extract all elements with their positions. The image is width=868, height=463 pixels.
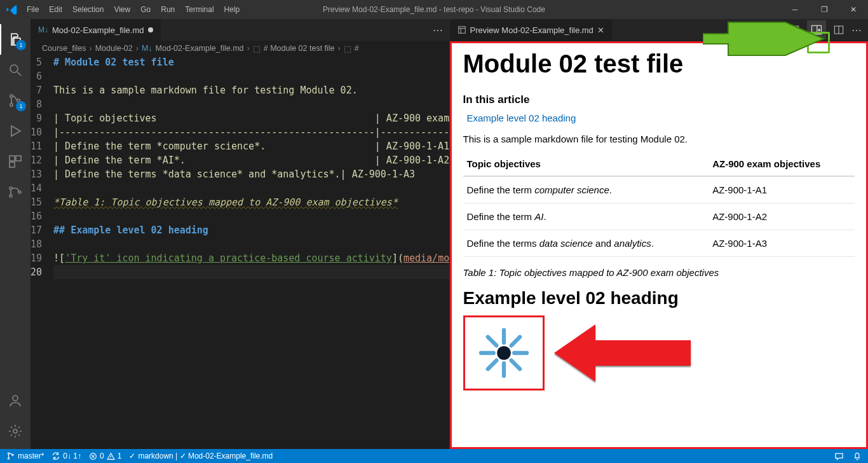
table-header: AZ-900 exam objectives xyxy=(709,152,855,176)
menu-file[interactable]: File xyxy=(22,5,43,14)
code-editor[interactable]: 567891011121314151617181920 # Module 02 … xyxy=(31,55,449,449)
menu-terminal[interactable]: Terminal xyxy=(180,5,218,14)
table-header: Topic objectives xyxy=(463,152,709,176)
menu-help[interactable]: Help xyxy=(220,5,245,14)
menu-view[interactable]: View xyxy=(109,5,135,14)
svg-rect-6 xyxy=(10,162,15,167)
svg-point-0 xyxy=(10,65,18,73)
svg-line-25 xyxy=(511,361,520,370)
activity-search[interactable] xyxy=(0,55,31,85)
svg-marker-27 xyxy=(703,22,824,55)
tab-label: Preview Mod-02-Example_file.md xyxy=(470,25,593,35)
table-caption: Table 1: Topic objectives mapped to AZ-9… xyxy=(463,267,855,278)
menu-run[interactable]: Run xyxy=(156,5,179,14)
breadcrumbs[interactable]: Course_files› Module-02› M↓ Mod-02-Examp… xyxy=(31,41,449,55)
svg-point-30 xyxy=(12,454,13,455)
markdown-icon: M↓ xyxy=(38,25,48,34)
activity-extensions[interactable] xyxy=(0,146,31,177)
menu-edit[interactable]: Edit xyxy=(44,5,67,14)
toc-link[interactable]: Example level 02 heading xyxy=(467,113,855,123)
markdown-icon: M↓ xyxy=(142,44,153,53)
activity-run-debug[interactable] xyxy=(0,116,31,146)
tab-preview[interactable]: Preview Mod-02-Example_file.md ✕ xyxy=(450,19,613,41)
breadcrumb-item[interactable]: Mod-02-Example_file.md xyxy=(156,44,244,53)
window-minimize[interactable]: ─ xyxy=(780,0,810,19)
dirty-indicator-icon xyxy=(148,27,153,32)
svg-marker-26 xyxy=(554,324,691,382)
tab-close-icon[interactable]: ✕ xyxy=(597,25,604,35)
svg-line-22 xyxy=(511,337,520,346)
menu-go[interactable]: Go xyxy=(136,5,155,14)
menu-selection[interactable]: Selection xyxy=(68,5,108,14)
svg-line-24 xyxy=(487,337,496,346)
editor-more-icon[interactable]: ⋯ xyxy=(851,24,862,36)
breadcrumb-item[interactable]: # Module 02 test file xyxy=(264,44,335,53)
explorer-badge: 1 xyxy=(16,40,26,50)
heading-icon: ⬚ xyxy=(344,44,351,53)
window-title: Preview Mod-02-Example_file.md - test-re… xyxy=(323,5,545,14)
activity-accounts[interactable] xyxy=(0,385,31,416)
annotation-red-arrow-icon xyxy=(551,315,697,391)
vscode-icon xyxy=(0,4,22,15)
tabs-left: M↓ Mod-02-Example_file.md ⋯ xyxy=(31,19,449,41)
table-row: Define the term computer science.AZ-900-… xyxy=(463,176,855,204)
heading-icon: ⬚ xyxy=(253,44,261,53)
svg-rect-12 xyxy=(458,27,465,34)
activity-explorer[interactable]: 1 xyxy=(0,24,31,55)
table-row: Define the term AI.AZ-900-1-A2 xyxy=(463,204,855,230)
tab-label: Mod-02-Example_file.md xyxy=(52,25,144,35)
status-branch[interactable]: master* xyxy=(6,452,44,460)
activity-bar: 1 1 xyxy=(0,19,31,449)
svg-rect-4 xyxy=(10,156,15,161)
svg-line-23 xyxy=(487,361,496,370)
table-row: Define the terms data science and analyt… xyxy=(463,230,855,257)
preview-intro: This is a sample markdown file for testi… xyxy=(463,134,855,144)
preview-icon xyxy=(458,25,466,34)
breadcrumb-item[interactable]: # xyxy=(355,44,359,53)
svg-point-1 xyxy=(10,95,13,97)
status-linter[interactable]: ✓ markdown | ✓ Mod-02-Example_file.md xyxy=(129,452,273,460)
breadcrumb-item[interactable]: Module-02 xyxy=(95,44,133,53)
markdown-preview[interactable]: Module 02 test file In this article Exam… xyxy=(450,41,869,449)
window-close[interactable]: ✕ xyxy=(839,0,868,19)
tab-source-file[interactable]: M↓ Mod-02-Example_file.md xyxy=(31,19,161,41)
status-feedback-icon[interactable] xyxy=(834,452,844,461)
annotation-green-arrow-icon xyxy=(703,18,830,67)
svg-point-10 xyxy=(13,396,18,401)
svg-point-28 xyxy=(8,453,9,454)
preview-h2: Example level 02 heading xyxy=(463,288,855,308)
activity-source-control[interactable]: 1 xyxy=(0,85,31,116)
status-sync[interactable]: 0↓ 1↑ xyxy=(51,452,81,460)
svg-point-8 xyxy=(10,195,12,197)
activity-settings[interactable] xyxy=(0,416,31,446)
editor-more-icon[interactable]: ⋯ xyxy=(433,24,443,36)
svg-point-17 xyxy=(497,346,511,360)
preview-table: Topic objectives AZ-900 exam objectives … xyxy=(463,152,855,257)
svg-point-7 xyxy=(10,187,12,190)
svg-point-11 xyxy=(13,429,17,433)
svg-point-29 xyxy=(8,458,9,459)
try-it-image xyxy=(463,315,545,390)
svg-point-2 xyxy=(10,104,13,106)
title-bar: File Edit Selection View Go Run Terminal… xyxy=(0,0,868,19)
scm-badge: 1 xyxy=(16,101,26,111)
status-bar: master* 0↓ 1↑ 0 1 ✓ markdown | ✓ Mod-02-… xyxy=(0,449,868,463)
window-maximize[interactable]: ❐ xyxy=(810,0,839,19)
status-problems[interactable]: 0 1 xyxy=(89,452,121,460)
split-editor-icon[interactable] xyxy=(834,25,844,35)
activity-git-graph[interactable] xyxy=(0,177,31,207)
breadcrumb-item[interactable]: Course_files xyxy=(42,44,86,53)
menu-bar: File Edit Selection View Go Run Terminal… xyxy=(22,5,244,14)
status-bell-icon[interactable] xyxy=(853,452,862,460)
in-this-article-label: In this article xyxy=(463,93,855,106)
svg-rect-5 xyxy=(16,156,21,161)
